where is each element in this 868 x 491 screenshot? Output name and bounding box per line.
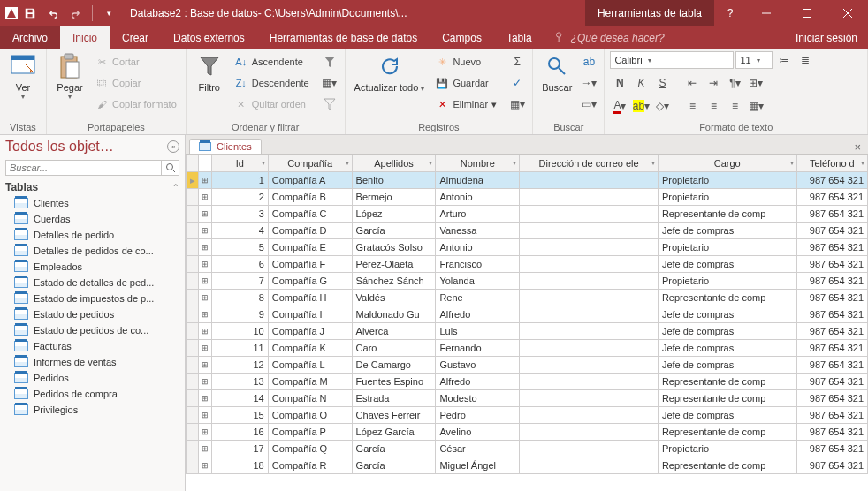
cell-cargo[interactable]: Jefe de compras bbox=[658, 223, 796, 239]
table-row[interactable]: ⊞2Compañía BBermejoAntonioPropietario987… bbox=[187, 189, 868, 206]
tab-table[interactable]: Tabla bbox=[494, 26, 544, 49]
view-button[interactable]: Ver ▾ bbox=[5, 50, 41, 102]
save-button[interactable] bbox=[19, 3, 41, 24]
row-selector[interactable] bbox=[187, 290, 199, 306]
align-center-button[interactable]: ≡ bbox=[704, 96, 723, 116]
expand-button[interactable]: ⊞ bbox=[199, 407, 211, 424]
cell-id[interactable]: 10 bbox=[211, 323, 268, 340]
select-all-button[interactable] bbox=[187, 155, 199, 172]
delete-record-button[interactable]: ✕Eliminar ▾ bbox=[431, 94, 500, 114]
cell-nombre[interactable]: Alfredo bbox=[436, 374, 520, 390]
row-selector[interactable] bbox=[187, 239, 199, 256]
row-selector[interactable] bbox=[187, 323, 199, 340]
column-header[interactable]: Compañía▾ bbox=[268, 155, 352, 172]
chevron-down-icon[interactable]: ▾ bbox=[346, 159, 349, 167]
cell-telefono[interactable]: 987 654 321 bbox=[796, 206, 867, 223]
nav-item[interactable]: Cuerdas bbox=[0, 211, 185, 227]
cell-telefono[interactable]: 987 654 321 bbox=[796, 390, 867, 407]
cell-nombre[interactable]: Arturo bbox=[436, 206, 520, 223]
expand-button[interactable]: ⊞ bbox=[199, 424, 211, 441]
cell-id[interactable]: 2 bbox=[211, 189, 268, 206]
tab-home[interactable]: Inicio bbox=[60, 26, 110, 49]
table-row[interactable]: ⊞10Compañía JAlvercaLuisJefe de compras9… bbox=[187, 323, 868, 340]
cell-apellidos[interactable]: Chaves Ferreir bbox=[352, 407, 436, 424]
bullets-button[interactable]: ≔ bbox=[774, 50, 794, 70]
cell-telefono[interactable]: 987 654 321 bbox=[796, 223, 867, 239]
data-grid[interactable]: Id▾Compañía▾Apellidos▾Nombre▾Dirección d… bbox=[186, 155, 868, 474]
cell-compania[interactable]: Compañía M bbox=[268, 374, 352, 390]
table-row[interactable]: ⊞15Compañía OChaves FerreirPedroJefe de … bbox=[187, 407, 868, 424]
cell-id[interactable]: 15 bbox=[211, 407, 268, 424]
cell-compania[interactable]: Compañía H bbox=[268, 290, 352, 306]
signin-link[interactable]: Iniciar sesión bbox=[785, 26, 868, 49]
expand-button[interactable]: ⊞ bbox=[199, 441, 211, 457]
chevron-down-icon[interactable]: ▾ bbox=[651, 159, 655, 167]
cell-telefono[interactable]: 987 654 321 bbox=[796, 273, 867, 290]
cell-compania[interactable]: Compañía P bbox=[268, 424, 352, 441]
minimize-button[interactable] bbox=[746, 0, 787, 26]
row-selector[interactable] bbox=[187, 357, 199, 374]
paste-button[interactable]: Pegar ▾ bbox=[52, 50, 88, 102]
sort-asc-button[interactable]: A↓Ascendente bbox=[231, 52, 313, 72]
cell-apellidos[interactable]: García bbox=[352, 441, 436, 457]
cell-telefono[interactable]: 987 654 321 bbox=[796, 290, 867, 306]
cell-id[interactable]: 12 bbox=[211, 357, 268, 374]
cell-id[interactable]: 11 bbox=[211, 340, 268, 357]
cell-cargo[interactable]: Propietario bbox=[658, 239, 796, 256]
cell-cargo[interactable]: Propietario bbox=[658, 189, 796, 206]
cell-email[interactable] bbox=[520, 357, 659, 374]
cell-apellidos[interactable]: Maldonado Gu bbox=[352, 306, 436, 323]
cell-email[interactable] bbox=[520, 457, 659, 474]
nav-item[interactable]: Pedidos de compra bbox=[0, 386, 185, 402]
cell-cargo[interactable]: Jefe de compras bbox=[658, 407, 796, 424]
cell-nombre[interactable]: Pedro bbox=[436, 407, 520, 424]
nav-item[interactable]: Detalles de pedidos de co... bbox=[0, 243, 185, 259]
fill-color-button[interactable]: ◇▾ bbox=[652, 96, 672, 116]
cell-email[interactable] bbox=[520, 239, 659, 256]
font-select[interactable]: Calibri▾ bbox=[610, 51, 734, 69]
tab-file[interactable]: Archivo bbox=[0, 26, 60, 49]
font-size-select[interactable]: 11▾ bbox=[735, 51, 773, 69]
chevron-down-icon[interactable]: ▾ bbox=[513, 159, 516, 167]
cell-telefono[interactable]: 987 654 321 bbox=[796, 357, 867, 374]
cell-compania[interactable]: Compañía N bbox=[268, 390, 352, 407]
row-selector[interactable] bbox=[187, 206, 199, 223]
cell-email[interactable] bbox=[520, 390, 659, 407]
format-painter-button[interactable]: 🖌Copiar formato bbox=[91, 94, 180, 114]
cell-compania[interactable]: Compañía K bbox=[268, 340, 352, 357]
table-row[interactable]: ⊞4Compañía DGarcíaVanessaJefe de compras… bbox=[187, 223, 868, 239]
cell-apellidos[interactable]: Alverca bbox=[352, 323, 436, 340]
row-selector[interactable] bbox=[187, 390, 199, 407]
cell-telefono[interactable]: 987 654 321 bbox=[796, 424, 867, 441]
cell-cargo[interactable]: Jefe de compras bbox=[658, 323, 796, 340]
table-row[interactable]: ⊞11Compañía KCaroFernandoJefe de compras… bbox=[187, 340, 868, 357]
cell-cargo[interactable]: Representante de comp bbox=[658, 206, 796, 223]
cell-telefono[interactable]: 987 654 321 bbox=[796, 340, 867, 357]
table-row[interactable]: ⊞3Compañía CLópezArturoRepresentante de … bbox=[187, 206, 868, 223]
cell-id[interactable]: 8 bbox=[211, 290, 268, 306]
cell-apellidos[interactable]: Estrada bbox=[352, 390, 436, 407]
nav-item[interactable]: Privilegios bbox=[0, 402, 185, 418]
cell-compania[interactable]: Compañía B bbox=[268, 189, 352, 206]
alt-row-color-button[interactable]: ▦▾ bbox=[746, 96, 765, 116]
copy-button[interactable]: ⿻Copiar bbox=[91, 73, 180, 93]
gridlines-button[interactable]: ⊞▾ bbox=[746, 73, 765, 93]
row-selector[interactable]: ▸ bbox=[187, 172, 199, 189]
cell-compania[interactable]: Compañía C bbox=[268, 206, 352, 223]
cell-cargo[interactable]: Representante de comp bbox=[658, 290, 796, 306]
table-row[interactable]: ⊞14Compañía NEstradaModestoRepresentante… bbox=[187, 390, 868, 407]
cell-compania[interactable]: Compañía J bbox=[268, 323, 352, 340]
row-selector[interactable] bbox=[187, 424, 199, 441]
cell-apellidos[interactable]: Gratacós Solso bbox=[352, 239, 436, 256]
column-header[interactable]: Cargo▾ bbox=[658, 155, 796, 172]
column-header[interactable]: Teléfono d▾ bbox=[796, 155, 867, 172]
cell-email[interactable] bbox=[520, 206, 659, 223]
row-selector[interactable] bbox=[187, 256, 199, 273]
cell-telefono[interactable]: 987 654 321 bbox=[796, 189, 867, 206]
cell-cargo[interactable]: Representante de comp bbox=[658, 424, 796, 441]
cell-email[interactable] bbox=[520, 323, 659, 340]
table-row[interactable]: ⊞6Compañía FPérez-OlaetaFranciscoJefe de… bbox=[187, 256, 868, 273]
nav-item[interactable]: Estado de impuestos de p... bbox=[0, 291, 185, 306]
more-records-button[interactable]: ▦▾ bbox=[507, 94, 527, 114]
table-row[interactable]: ⊞18Compañía RGarcíaMiguel ÁngelRepresent… bbox=[187, 457, 868, 474]
